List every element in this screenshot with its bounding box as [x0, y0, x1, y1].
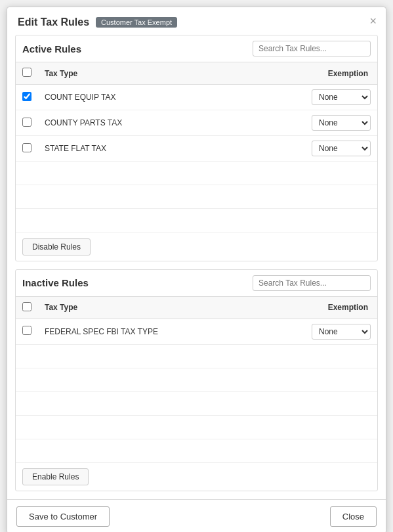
table-row: FEDERAL SPEC FBI TAX TYPE None Exempt Pa… — [16, 319, 377, 344]
inactive-rules-section: Inactive Rules Tax Type Exemption F — [15, 269, 378, 492]
active-row-2-exemption-cell: None Exempt Partial — [299, 110, 377, 136]
active-row-1-checkbox-cell — [16, 85, 38, 110]
active-spacer-3 — [16, 209, 377, 233]
active-rules-footer: Disable Rules — [16, 233, 377, 261]
enable-rules-button[interactable]: Enable Rules — [22, 468, 89, 485]
inactive-row-1-exemption-select[interactable]: None Exempt Partial — [312, 324, 371, 340]
inactive-rules-footer: Enable Rules — [16, 462, 377, 491]
active-rules-header: Active Rules — [16, 35, 377, 62]
active-rules-search-input[interactable] — [253, 41, 371, 56]
inactive-rules-table: Tax Type Exemption FEDERAL SPEC FBI TAX … — [16, 296, 377, 463]
active-tax-type-header: Tax Type — [38, 62, 299, 85]
active-rules-table-body: COUNT EQUIP TAX None Exempt Partial COUN… — [16, 85, 377, 233]
active-row-3-checkbox[interactable] — [22, 143, 31, 152]
active-row-2-exemption-select[interactable]: None Exempt Partial — [312, 115, 371, 131]
inactive-spacer-5 — [16, 439, 377, 462]
inactive-rules-search-input[interactable] — [253, 275, 371, 291]
active-rules-table: Tax Type Exemption COUNT EQUIP TAX None … — [16, 62, 377, 233]
active-spacer-2 — [16, 185, 377, 209]
active-row-3-tax-type: STATE FLAT TAX — [38, 136, 299, 162]
inactive-rules-header: Inactive Rules — [16, 270, 377, 296]
modal-title: Edit Tax Rules — [18, 16, 89, 28]
close-button[interactable]: Close — [330, 506, 377, 527]
modal-close-button[interactable]: × — [369, 15, 377, 27]
disable-rules-button[interactable]: Disable Rules — [22, 238, 91, 255]
inactive-select-all-col — [16, 296, 38, 319]
inactive-tax-type-header: Tax Type — [38, 296, 299, 319]
save-to-customer-button[interactable]: Save to Customer — [16, 506, 110, 527]
active-row-2-checkbox[interactable] — [22, 118, 31, 127]
inactive-row-1-checkbox-cell — [16, 319, 38, 344]
active-row-3-checkbox-cell — [16, 136, 38, 162]
inactive-spacer-4 — [16, 415, 377, 439]
active-row-1-exemption-select[interactable]: None Exempt Partial — [312, 89, 371, 105]
active-row-2-checkbox-cell — [16, 110, 38, 136]
active-select-all-col — [16, 62, 38, 85]
modal-header: Edit Tax Rules Customer Tax Exempt × — [7, 7, 386, 35]
inactive-spacer-3 — [16, 391, 377, 415]
customer-tax-exempt-badge: Customer Tax Exempt — [96, 17, 177, 28]
active-spacer-1 — [16, 162, 377, 185]
table-row: COUNTY PARTS TAX None Exempt Partial — [16, 110, 377, 136]
modal-footer: Save to Customer Close — [7, 499, 386, 532]
inactive-rules-table-body: FEDERAL SPEC FBI TAX TYPE None Exempt Pa… — [16, 319, 377, 462]
inactive-row-1-tax-type: FEDERAL SPEC FBI TAX TYPE — [38, 319, 299, 344]
active-rules-table-header-row: Tax Type Exemption — [16, 62, 377, 85]
active-row-3-exemption-select[interactable]: None Exempt Partial — [312, 141, 371, 156]
edit-tax-rules-modal: Edit Tax Rules Customer Tax Exempt × Act… — [7, 7, 386, 532]
inactive-spacer-2 — [16, 368, 377, 391]
table-row: STATE FLAT TAX None Exempt Partial — [16, 136, 377, 162]
active-row-3-exemption-cell: None Exempt Partial — [299, 136, 377, 162]
active-row-1-checkbox[interactable] — [22, 92, 31, 101]
active-rules-title: Active Rules — [22, 43, 81, 55]
inactive-exemption-header: Exemption — [299, 296, 377, 319]
active-row-1-exemption-cell: None Exempt Partial — [299, 85, 377, 110]
inactive-rules-title: Inactive Rules — [22, 277, 89, 288]
inactive-row-1-exemption-cell: None Exempt Partial — [299, 319, 377, 344]
active-select-all-checkbox[interactable] — [22, 68, 31, 77]
inactive-rules-table-header-row: Tax Type Exemption — [16, 296, 377, 319]
inactive-select-all-checkbox[interactable] — [22, 302, 31, 311]
inactive-spacer-1 — [16, 344, 377, 368]
active-rules-section: Active Rules Tax Type Exemption COU — [15, 35, 378, 261]
active-row-2-tax-type: COUNTY PARTS TAX — [38, 110, 299, 136]
table-row: COUNT EQUIP TAX None Exempt Partial — [16, 85, 377, 110]
active-row-1-tax-type: COUNT EQUIP TAX — [38, 85, 299, 110]
inactive-row-1-checkbox[interactable] — [22, 326, 31, 335]
active-exemption-header: Exemption — [299, 62, 377, 85]
